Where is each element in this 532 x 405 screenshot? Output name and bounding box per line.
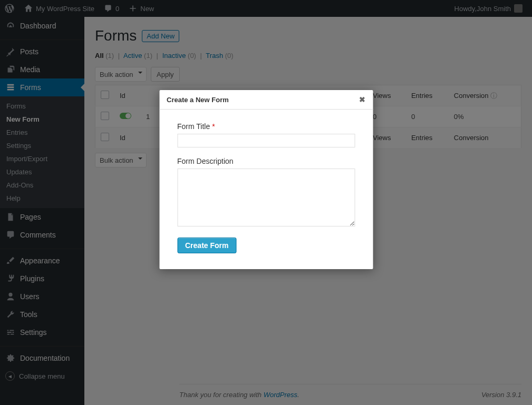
create-new-form-modal: Create a New Form ✖ Form Title * Form De… [159,90,373,269]
create-form-button[interactable]: Create Form [177,238,236,253]
form-description-label: Form Description [177,157,355,165]
modal-title: Create a New Form [167,96,229,104]
form-description-textarea[interactable] [177,169,355,226]
form-title-input[interactable] [177,134,355,147]
close-icon[interactable]: ✖ [359,95,365,104]
form-title-label: Form Title * [177,122,355,131]
